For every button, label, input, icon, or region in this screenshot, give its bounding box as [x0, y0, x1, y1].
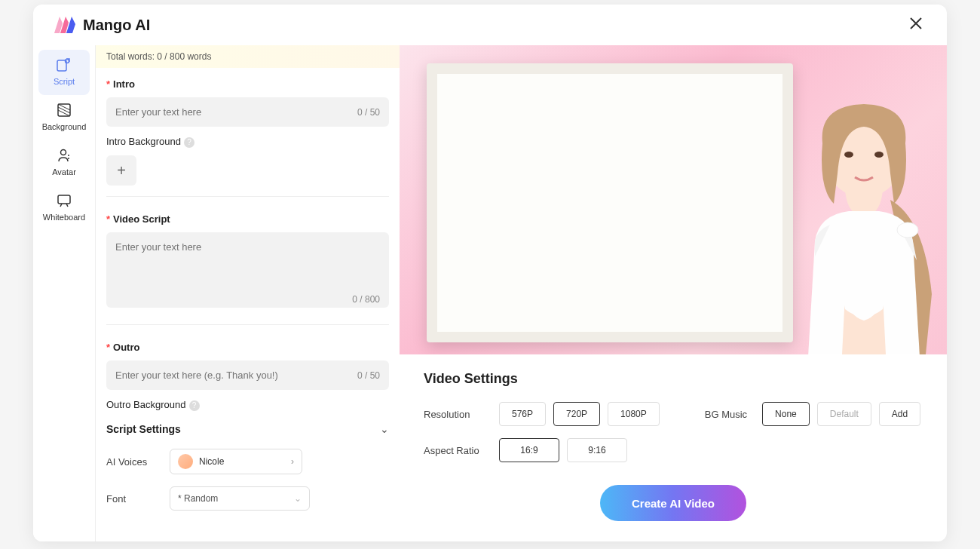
- font-select[interactable]: * Random ⌄: [170, 486, 310, 511]
- resolution-group: 576P 720P 1080P: [499, 402, 660, 426]
- sidebar-item-background[interactable]: Background: [38, 95, 90, 140]
- aspect-9-16[interactable]: 9:16: [567, 438, 627, 462]
- ai-voices-label: AI Voices: [106, 456, 152, 468]
- whiteboard-icon: [57, 193, 72, 208]
- sidebar-label: Avatar: [52, 167, 76, 176]
- video-settings-title: Video Settings: [424, 371, 923, 387]
- outro-bg-section: Outro Background?: [96, 396, 400, 411]
- bg-music-none[interactable]: None: [762, 402, 810, 426]
- resolution-row: Resolution 576P 720P 1080P BG Music None…: [424, 402, 923, 426]
- resolution-576p[interactable]: 576P: [499, 402, 546, 426]
- preview-avatar: [773, 83, 947, 354]
- script-label: *Video Script: [106, 213, 389, 225]
- avatar-icon: [57, 148, 72, 163]
- logo-icon: [54, 17, 75, 33]
- aspect-row: Aspect Ratio 16:9 9:16: [424, 438, 923, 462]
- script-counter: 0 / 800: [352, 294, 380, 305]
- voice-avatar-icon: [178, 454, 193, 469]
- svg-point-8: [844, 152, 853, 158]
- intro-counter: 0 / 50: [357, 107, 380, 118]
- close-icon: [909, 17, 923, 30]
- outro-input-row: 0 / 50: [106, 360, 389, 390]
- outro-bg-label: Outro Background?: [106, 399, 389, 411]
- outro-input[interactable]: [106, 360, 389, 390]
- sidebar: Script Background Avatar Whiteboard: [33, 45, 95, 541]
- sidebar-label: Whiteboard: [43, 213, 85, 222]
- intro-input-row: 0 / 50: [106, 97, 389, 127]
- bg-music-default[interactable]: Default: [817, 402, 871, 426]
- script-settings-title: Script Settings: [106, 423, 181, 435]
- voice-name: Nicole: [199, 456, 285, 467]
- aspect-group: 16:9 9:16: [499, 438, 627, 462]
- help-icon[interactable]: ?: [189, 400, 200, 411]
- svg-point-4: [68, 155, 69, 156]
- sidebar-item-whiteboard[interactable]: Whiteboard: [38, 186, 90, 231]
- right-panel: Video Settings Resolution 576P 720P 1080…: [400, 45, 947, 541]
- intro-section: *Intro 0 / 50: [96, 68, 400, 133]
- sidebar-label: Script: [54, 77, 75, 86]
- left-panel: Total words: 0 / 800 words *Intro 0 / 50…: [95, 45, 400, 541]
- chevron-right-icon: ›: [291, 456, 294, 467]
- sidebar-item-avatar[interactable]: Avatar: [38, 140, 90, 186]
- intro-bg-section: Intro Background? +: [96, 133, 400, 203]
- resolution-720p[interactable]: 720P: [553, 402, 600, 426]
- modal-container: Mango AI Script Background: [33, 5, 947, 541]
- intro-input[interactable]: [106, 97, 389, 127]
- outro-counter: 0 / 50: [357, 370, 380, 381]
- svg-point-10: [897, 222, 918, 238]
- header: Mango AI: [33, 5, 947, 45]
- chevron-down-icon: ⌄: [380, 423, 389, 435]
- svg-point-3: [61, 150, 66, 155]
- aspect-16-9[interactable]: 16:9: [499, 438, 559, 462]
- divider: [106, 196, 389, 197]
- create-video-button[interactable]: Create AI Video: [600, 485, 746, 521]
- bg-music-label: BG Music: [705, 409, 747, 420]
- svg-point-9: [874, 152, 884, 158]
- script-input-row: 0 / 800: [106, 232, 389, 311]
- resolution-label: Resolution: [424, 409, 484, 420]
- bg-music-group: BG Music None Default Add: [705, 402, 920, 426]
- outro-label: *Outro: [106, 342, 389, 353]
- brand-name: Mango AI: [83, 17, 150, 34]
- outro-section: *Outro 0 / 50: [96, 331, 400, 396]
- chevron-down-icon: ⌄: [294, 493, 302, 504]
- add-intro-bg-button[interactable]: +: [106, 155, 136, 186]
- aspect-label: Aspect Ratio: [424, 445, 484, 456]
- voice-select[interactable]: Nicole ›: [170, 449, 302, 474]
- body: Script Background Avatar Whiteboard: [33, 45, 947, 541]
- logo: Mango AI: [54, 17, 150, 34]
- background-icon: [57, 103, 72, 118]
- divider: [106, 324, 389, 325]
- script-settings-toggle[interactable]: Script Settings ⌄: [96, 411, 400, 443]
- script-textarea[interactable]: [106, 232, 389, 308]
- video-settings: Video Settings Resolution 576P 720P 1080…: [400, 354, 947, 538]
- word-count: Total words: 0 / 800 words: [96, 45, 400, 68]
- sidebar-label: Background: [42, 122, 87, 131]
- bg-music-add[interactable]: Add: [879, 402, 920, 426]
- video-preview: [400, 45, 947, 354]
- ai-voices-row: AI Voices Nicole ›: [96, 443, 400, 480]
- help-icon[interactable]: ?: [184, 137, 194, 148]
- resolution-1080p[interactable]: 1080P: [608, 402, 660, 426]
- sidebar-item-script[interactable]: Script: [38, 50, 90, 95]
- svg-point-5: [68, 158, 69, 159]
- script-icon: [57, 57, 72, 72]
- intro-bg-label: Intro Background?: [106, 136, 389, 148]
- intro-label: *Intro: [106, 78, 389, 90]
- svg-point-1: [66, 60, 69, 63]
- font-row: Font * Random ⌄: [96, 480, 400, 517]
- font-label: Font: [106, 493, 152, 505]
- close-button[interactable]: [906, 12, 926, 38]
- svg-rect-6: [58, 195, 70, 204]
- font-value: * Random: [178, 493, 218, 504]
- script-section: *Video Script 0 / 800: [96, 203, 400, 331]
- preview-whiteboard: [427, 63, 793, 342]
